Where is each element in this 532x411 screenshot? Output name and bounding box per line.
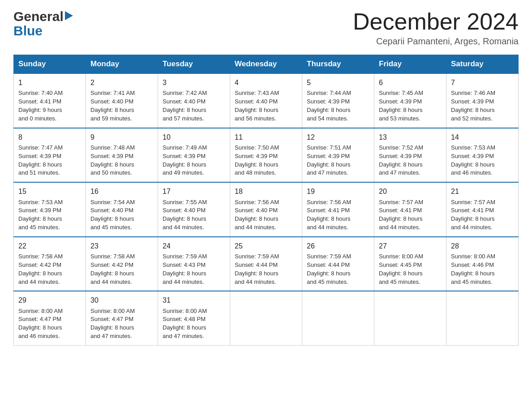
day-number: 6 [379,77,442,88]
day-info: Sunrise: 8:00 AMSunset: 4:47 PMDaylight:… [18,308,63,340]
day-number: 26 [307,241,369,251]
day-number: 1 [18,77,81,88]
col-header-monday: Monday [86,55,158,74]
calendar-cell: 26Sunrise: 7:59 AMSunset: 4:44 PMDayligh… [302,237,374,291]
logo: General Blue [13,9,73,39]
calendar-cell: 3Sunrise: 7:42 AMSunset: 4:40 PMDaylight… [158,73,230,128]
day-info: Sunrise: 7:58 AMSunset: 4:42 PMDaylight:… [18,253,63,285]
calendar-cell: 18Sunrise: 7:56 AMSunset: 4:40 PMDayligh… [230,182,302,237]
calendar-cell: 2Sunrise: 7:41 AMSunset: 4:40 PMDaylight… [86,73,158,128]
calendar-table: SundayMondayTuesdayWednesdayThursdayFrid… [13,55,519,346]
day-number: 9 [90,132,153,142]
calendar-week-4: 22Sunrise: 7:58 AMSunset: 4:42 PMDayligh… [14,237,519,291]
day-info: Sunrise: 7:54 AMSunset: 4:40 PMDaylight:… [90,199,135,231]
calendar-cell [302,291,374,345]
calendar-cell: 28Sunrise: 8:00 AMSunset: 4:46 PMDayligh… [446,237,519,291]
logo-general-text: General [13,9,64,24]
day-number: 16 [90,186,153,197]
calendar-week-5: 29Sunrise: 8:00 AMSunset: 4:47 PMDayligh… [14,291,519,345]
day-info: Sunrise: 7:41 AMSunset: 4:40 PMDaylight:… [90,90,135,122]
calendar-cell: 12Sunrise: 7:51 AMSunset: 4:39 PMDayligh… [302,128,374,183]
day-number: 15 [18,186,81,197]
calendar-cell: 30Sunrise: 8:00 AMSunset: 4:47 PMDayligh… [86,291,158,345]
calendar-cell: 14Sunrise: 7:53 AMSunset: 4:39 PMDayligh… [446,128,519,183]
day-number: 18 [235,186,297,197]
day-number: 4 [235,77,297,88]
day-info: Sunrise: 7:44 AMSunset: 4:39 PMDaylight:… [307,90,351,122]
day-number: 23 [90,241,153,251]
day-number: 10 [163,132,225,142]
day-info: Sunrise: 8:00 AMSunset: 4:47 PMDaylight:… [90,308,135,340]
calendar-cell: 19Sunrise: 7:56 AMSunset: 4:41 PMDayligh… [302,182,374,237]
calendar-cell: 13Sunrise: 7:52 AMSunset: 4:39 PMDayligh… [374,128,446,183]
day-number: 7 [451,77,514,88]
col-header-tuesday: Tuesday [158,55,230,74]
day-info: Sunrise: 7:46 AMSunset: 4:39 PMDaylight:… [451,90,495,122]
calendar-cell: 5Sunrise: 7:44 AMSunset: 4:39 PMDaylight… [302,73,374,128]
calendar-cell: 25Sunrise: 7:59 AMSunset: 4:44 PMDayligh… [230,237,302,291]
day-info: Sunrise: 7:50 AMSunset: 4:39 PMDaylight:… [235,144,279,176]
calendar-cell: 21Sunrise: 7:57 AMSunset: 4:41 PMDayligh… [446,182,519,237]
day-info: Sunrise: 7:51 AMSunset: 4:39 PMDaylight:… [307,144,351,176]
col-header-wednesday: Wednesday [230,55,302,74]
day-info: Sunrise: 7:56 AMSunset: 4:41 PMDaylight:… [307,199,351,231]
day-number: 21 [451,186,514,197]
calendar-cell: 27Sunrise: 8:00 AMSunset: 4:45 PMDayligh… [374,237,446,291]
day-number: 19 [307,186,369,197]
title-block: December 2024 Ceparii Pamanteni, Arges, … [353,9,519,47]
calendar-cell [446,291,519,345]
calendar-cell [230,291,302,345]
calendar-week-1: 1Sunrise: 7:40 AMSunset: 4:41 PMDaylight… [14,73,519,128]
day-number: 24 [163,241,225,251]
day-number: 14 [451,132,514,142]
day-info: Sunrise: 7:53 AMSunset: 4:39 PMDaylight:… [451,144,495,176]
day-number: 3 [163,77,225,88]
day-info: Sunrise: 8:00 AMSunset: 4:48 PMDaylight:… [163,308,207,340]
day-number: 20 [379,186,442,197]
calendar-cell [374,291,446,345]
day-info: Sunrise: 7:58 AMSunset: 4:42 PMDaylight:… [90,253,135,285]
calendar-cell: 4Sunrise: 7:43 AMSunset: 4:40 PMDaylight… [230,73,302,128]
day-number: 28 [451,241,514,251]
day-info: Sunrise: 7:43 AMSunset: 4:40 PMDaylight:… [235,90,279,122]
day-number: 5 [307,77,369,88]
day-info: Sunrise: 8:00 AMSunset: 4:46 PMDaylight:… [451,253,495,285]
calendar-cell: 6Sunrise: 7:45 AMSunset: 4:39 PMDaylight… [374,73,446,128]
col-header-saturday: Saturday [446,55,519,74]
calendar-header-row: SundayMondayTuesdayWednesdayThursdayFrid… [14,55,519,74]
logo-blue-text: Blue [13,23,43,39]
calendar-cell: 11Sunrise: 7:50 AMSunset: 4:39 PMDayligh… [230,128,302,183]
day-info: Sunrise: 7:47 AMSunset: 4:39 PMDaylight:… [18,144,63,176]
day-number: 29 [18,295,81,305]
calendar-cell: 31Sunrise: 8:00 AMSunset: 4:48 PMDayligh… [158,291,230,345]
calendar-cell: 10Sunrise: 7:49 AMSunset: 4:39 PMDayligh… [158,128,230,183]
day-number: 17 [163,186,225,197]
calendar-cell: 15Sunrise: 7:53 AMSunset: 4:39 PMDayligh… [14,182,86,237]
calendar-cell: 17Sunrise: 7:55 AMSunset: 4:40 PMDayligh… [158,182,230,237]
day-number: 25 [235,241,297,251]
calendar-cell: 20Sunrise: 7:57 AMSunset: 4:41 PMDayligh… [374,182,446,237]
day-info: Sunrise: 7:57 AMSunset: 4:41 PMDaylight:… [451,199,495,231]
logo-general-line: General [13,9,73,24]
day-info: Sunrise: 7:59 AMSunset: 4:44 PMDaylight:… [307,253,351,285]
day-number: 13 [379,132,442,142]
day-info: Sunrise: 8:00 AMSunset: 4:45 PMDaylight:… [379,253,423,285]
day-info: Sunrise: 7:57 AMSunset: 4:41 PMDaylight:… [379,199,423,231]
calendar-cell: 7Sunrise: 7:46 AMSunset: 4:39 PMDaylight… [446,73,519,128]
day-info: Sunrise: 7:52 AMSunset: 4:39 PMDaylight:… [379,144,423,176]
day-number: 8 [18,132,81,142]
day-info: Sunrise: 7:49 AMSunset: 4:39 PMDaylight:… [163,144,207,176]
calendar-cell: 1Sunrise: 7:40 AMSunset: 4:41 PMDaylight… [14,73,86,128]
col-header-thursday: Thursday [302,55,374,74]
day-number: 31 [163,295,225,305]
col-header-friday: Friday [374,55,446,74]
day-info: Sunrise: 7:59 AMSunset: 4:44 PMDaylight:… [235,253,279,285]
logo-arrow-icon [65,11,73,22]
calendar-cell: 8Sunrise: 7:47 AMSunset: 4:39 PMDaylight… [14,128,86,183]
page-header: General Blue December 2024 Ceparii Paman… [13,9,519,47]
calendar-week-2: 8Sunrise: 7:47 AMSunset: 4:39 PMDaylight… [14,128,519,183]
calendar-cell: 16Sunrise: 7:54 AMSunset: 4:40 PMDayligh… [86,182,158,237]
day-number: 2 [90,77,153,88]
day-info: Sunrise: 7:55 AMSunset: 4:40 PMDaylight:… [163,199,207,231]
day-info: Sunrise: 7:59 AMSunset: 4:43 PMDaylight:… [163,253,207,285]
